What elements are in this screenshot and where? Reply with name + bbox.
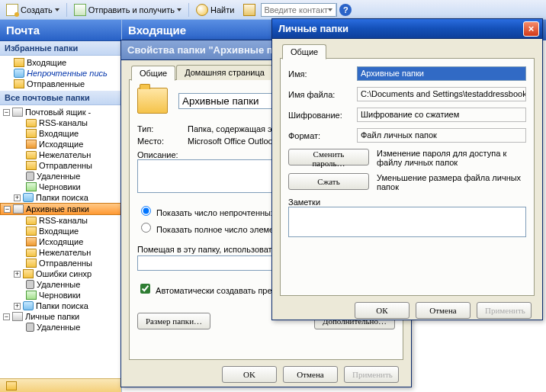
- main-toolbar: Создать Отправить и получить Найти ?: [0, 0, 546, 20]
- personal-store-icon: [12, 312, 23, 321]
- dialog1-ok-button[interactable]: OK: [222, 366, 277, 383]
- sidebar-all-folders-header[interactable]: Все почтовые папки: [0, 91, 121, 105]
- dialog2-apply-button[interactable]: Применить: [477, 302, 532, 319]
- new-button[interactable]: Создать: [2, 2, 63, 18]
- expand-icon[interactable]: +: [14, 194, 21, 201]
- tree-mailbox-root[interactable]: − Почтовый ящик -: [0, 107, 121, 117]
- find-icon: [196, 4, 208, 16]
- tree-arch-syncerr[interactable]: +Ошибки синхр: [0, 268, 121, 279]
- tree-inbox[interactable]: Входящие: [0, 128, 121, 139]
- dialog1-tab-homepage[interactable]: Домашняя страница: [176, 65, 273, 80]
- dialog1-apply-button[interactable]: Применить: [344, 366, 399, 383]
- dialog2-notes-label: Заметки: [288, 198, 526, 207]
- dialog2-tab-general[interactable]: Общие: [282, 44, 326, 59]
- search-folder-icon: [23, 193, 34, 202]
- dialog2-fmt-value: Файл личных папок: [357, 128, 526, 143]
- compress-button[interactable]: Сжать: [288, 173, 369, 190]
- close-button[interactable]: ×: [523, 21, 539, 37]
- tree-arch-rss[interactable]: RSS-каналы: [0, 215, 121, 226]
- help-icon[interactable]: ?: [339, 4, 352, 16]
- tree-arch-junk[interactable]: Нежелательн: [0, 247, 121, 258]
- dialog2-cancel-button[interactable]: Отмена: [416, 302, 471, 319]
- radio-total[interactable]: [141, 223, 151, 233]
- tree-outbox[interactable]: Исходящие: [0, 139, 121, 149]
- radio-unread[interactable]: [141, 206, 151, 216]
- addressbook-button[interactable]: [239, 2, 259, 18]
- tree-arch-sent[interactable]: Отправленны: [0, 258, 121, 268]
- nav-sidebar: Почта Избранные папки Входящие Непрочтен…: [0, 20, 122, 392]
- dialog1-type-label: Тип:: [137, 124, 188, 133]
- junk-icon: [26, 249, 37, 257]
- send-receive-label: Отправить и получить: [88, 5, 175, 14]
- change-password-button[interactable]: Сменить пароль…: [288, 149, 369, 165]
- dialog1-tab-general[interactable]: Общие: [131, 66, 175, 81]
- trash-icon: [26, 172, 34, 181]
- tree-archive-root[interactable]: − Архивные папки: [0, 203, 121, 215]
- checkbox-auto-views[interactable]: [140, 284, 150, 294]
- outbox-icon: [26, 140, 37, 149]
- chevron-down-icon[interactable]: [328, 8, 332, 11]
- search-folder-icon: [23, 301, 34, 310]
- send-receive-button[interactable]: Отправить и получить: [70, 2, 185, 18]
- folder-large-icon: [137, 88, 168, 114]
- dialog2-titlebar[interactable]: Личные папки ×: [272, 19, 542, 39]
- dialog2-file-value: C:\Documents and Settings\testaddressboo…: [357, 87, 526, 101]
- tree-arch-inbox[interactable]: Входящие: [0, 226, 121, 236]
- new-label: Создать: [21, 5, 53, 14]
- folder-size-button[interactable]: Размер папки…: [137, 313, 210, 329]
- collapse-icon[interactable]: −: [3, 109, 10, 116]
- fav-unread[interactable]: Непрочтенные пись: [0, 68, 121, 79]
- dialog2-fmt-label: Формат:: [288, 131, 357, 140]
- tree-deleted[interactable]: Удаленные: [0, 171, 121, 182]
- fav-inbox[interactable]: Входящие: [0, 57, 121, 68]
- drafts-icon: [26, 182, 37, 191]
- sidebar-favorites-header[interactable]: Избранные папки: [0, 41, 121, 56]
- tree-personal-root[interactable]: − Личные папки: [0, 311, 121, 322]
- dialog1-place-label: Место:: [137, 137, 188, 146]
- tree-pers-deleted[interactable]: Удаленные: [0, 322, 121, 333]
- comp-help-text: Уменьшение размера файла личных папок: [369, 173, 526, 191]
- expand-icon[interactable]: +: [14, 303, 21, 310]
- dialog2-title: Личные папки: [278, 23, 348, 34]
- new-icon: [6, 4, 18, 16]
- dialog2-name-input[interactable]: Архивные папки: [357, 66, 526, 81]
- personal-folders-dialog: Личные папки × Общие Имя: Архивные папки…: [271, 18, 543, 320]
- collapse-icon[interactable]: −: [4, 206, 11, 213]
- tree-junk[interactable]: Нежелательн: [0, 149, 121, 160]
- folder-icon: [26, 217, 37, 225]
- sent-icon: [14, 79, 24, 88]
- expand-icon[interactable]: +: [14, 271, 21, 278]
- inbox-icon: [26, 129, 37, 138]
- sidebar-section-button[interactable]: [0, 378, 121, 392]
- archive-store-icon: [13, 204, 24, 214]
- tree-arch-outbox[interactable]: Исходящие: [0, 236, 121, 247]
- dialog2-enc-value: Шифрование со сжатием: [357, 108, 526, 122]
- dialog2-notes-input[interactable]: [288, 207, 526, 237]
- dialog1-place-value: Microsoft Office Outlook: [188, 137, 277, 146]
- mailbox-icon: [12, 108, 23, 117]
- sidebar-mail-header: Почта: [0, 20, 121, 41]
- tree-rss[interactable]: RSS-каналы: [0, 117, 121, 128]
- chevron-down-icon: [177, 8, 181, 11]
- fav-sent[interactable]: Отправленные: [0, 79, 121, 89]
- tree-arch-search[interactable]: +Папки поиска: [0, 300, 121, 311]
- contact-search-input[interactable]: [261, 3, 337, 17]
- trash-icon: [26, 280, 34, 289]
- find-button[interactable]: Найти: [192, 2, 238, 18]
- chevron-down-icon: [55, 8, 59, 11]
- dialog1-radio-total[interactable]: Показать полное число элементов: [137, 225, 291, 234]
- pwd-help-text: Изменение пароля для доступа к файлу лич…: [369, 149, 526, 167]
- send-receive-icon: [74, 4, 86, 16]
- dialog2-ok-button[interactable]: ОК: [355, 302, 410, 319]
- folder-icon: [26, 119, 37, 127]
- trash-icon: [26, 323, 34, 332]
- outbox-icon: [26, 237, 37, 246]
- tree-arch-deleted[interactable]: Удаленные: [0, 279, 121, 290]
- tree-search-folders[interactable]: +Папки поиска: [0, 192, 121, 203]
- dialog2-name-label: Имя:: [288, 69, 357, 79]
- collapse-icon[interactable]: −: [3, 313, 10, 320]
- tree-arch-drafts[interactable]: Черновики: [0, 290, 121, 300]
- tree-drafts[interactable]: Черновики: [0, 182, 121, 192]
- tree-sent[interactable]: Отправленны: [0, 160, 121, 171]
- dialog1-cancel-button[interactable]: Отмена: [283, 366, 338, 383]
